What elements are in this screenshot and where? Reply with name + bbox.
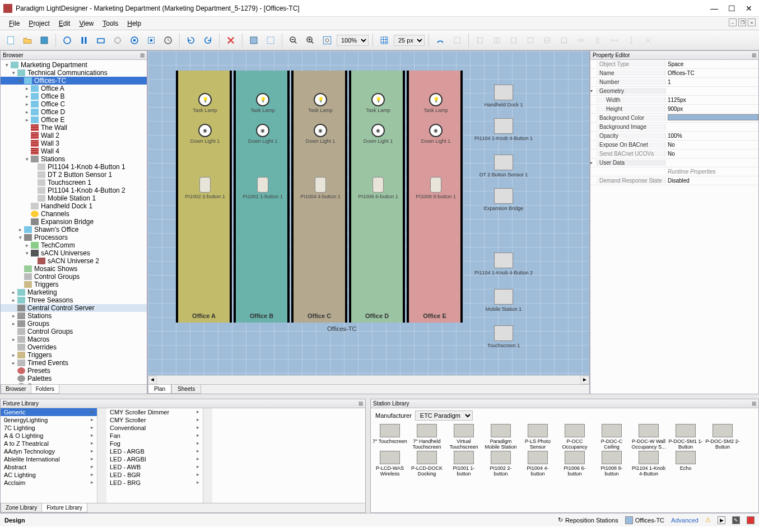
- tree-item[interactable]: PI1104 1-Knob 4-Button 1: [1, 163, 147, 171]
- zoom-select[interactable]: 100%: [337, 35, 369, 46]
- fixture-library-close-icon[interactable]: ⊠: [358, 400, 363, 407]
- list-item[interactable]: LED - BRG▸: [106, 479, 203, 487]
- task-lamp-device[interactable]: 💡Task Lamp: [295, 93, 346, 113]
- zoom-in-button[interactable]: [303, 33, 318, 48]
- office-space[interactable]: 💡Task Lamp ◉Down Light 1 PI1001 1-button…: [234, 71, 290, 323]
- list-item[interactable]: Conventional▸: [106, 424, 203, 432]
- office-space[interactable]: 💡Task Lamp ◉Down Light 1 PI1006 6-button…: [349, 71, 405, 323]
- down-light-device[interactable]: ◉Down Light 1: [411, 124, 461, 144]
- list-item[interactable]: Acclaim▸: [1, 479, 97, 487]
- property-row[interactable]: ▾Geometry: [590, 87, 758, 96]
- property-row[interactable]: NameOffices-TC: [590, 69, 758, 78]
- tab-zone-library[interactable]: Zone Library: [1, 503, 42, 512]
- station-item[interactable]: P-DOC-SM1 1-Button: [668, 424, 704, 450]
- minimize-button[interactable]: —: [710, 4, 718, 13]
- list-item[interactable]: CMY Scroller Dimmer▸: [106, 408, 203, 416]
- delete-button[interactable]: [223, 33, 238, 48]
- station-item[interactable]: P-DOC-C Ceiling: [594, 424, 630, 450]
- close-button[interactable]: ✕: [746, 4, 752, 13]
- dist-h[interactable]: [574, 33, 588, 48]
- station-item[interactable]: PI1002 2-button: [483, 451, 519, 477]
- station-item[interactable]: P-DOC-SM2 2-Button: [705, 424, 741, 450]
- station-item[interactable]: PI1104 1-Knob 4-Button: [631, 451, 667, 477]
- list-item[interactable]: AC Lighting▸: [1, 471, 97, 479]
- station-item[interactable]: P-LCD-WAS Wireless: [372, 451, 408, 477]
- list-item[interactable]: Abstract▸: [1, 463, 97, 471]
- button-station-device[interactable]: PI1004 4-button 1: [295, 177, 346, 199]
- maximize-button[interactable]: ☐: [728, 4, 735, 13]
- tool-d[interactable]: [110, 33, 125, 48]
- tool-b[interactable]: [77, 33, 91, 48]
- new-button[interactable]: [3, 33, 18, 48]
- station-item[interactable]: Paradigm Mobile Station: [483, 424, 519, 450]
- property-row[interactable]: Opacity100%: [590, 132, 758, 141]
- list-item[interactable]: LED - ARGB▸: [106, 447, 203, 455]
- tree-item[interactable]: sACN Universe 2: [1, 257, 147, 265]
- undo-button[interactable]: [184, 33, 198, 48]
- office-space[interactable]: 💡Task Lamp ◉Down Light 1 PI1002 2-button…: [176, 71, 232, 323]
- down-light-device[interactable]: ◉Down Light 1: [180, 124, 230, 144]
- property-row[interactable]: Send BACnet UCOVsNo: [590, 150, 758, 158]
- tree-item[interactable]: ▸Macros: [1, 335, 147, 343]
- property-row[interactable]: Object TypeSpace: [590, 60, 758, 69]
- tab-fixture-library[interactable]: Fixture Library: [41, 503, 87, 512]
- record-button[interactable]: [747, 516, 755, 524]
- station-item[interactable]: P-LS Photo Sensor: [520, 424, 556, 450]
- match-w[interactable]: [607, 33, 622, 48]
- tree-item[interactable]: Handheld Dock 1: [1, 202, 147, 210]
- task-lamp-device[interactable]: 💡Task Lamp: [411, 93, 461, 113]
- tree-item[interactable]: Central Control Server: [1, 304, 147, 312]
- property-row[interactable]: Number1: [590, 78, 758, 87]
- menu-file[interactable]: File: [4, 18, 24, 29]
- side-device[interactable]: DT 2 Button Sensor 1: [473, 155, 534, 178]
- list-item[interactable]: 7C Lighting▸: [1, 424, 97, 432]
- status-space[interactable]: Offices-TC: [625, 516, 664, 524]
- down-light-device[interactable]: ◉Down Light 1: [295, 124, 346, 144]
- tab-browser[interactable]: Browser: [1, 385, 31, 394]
- tree-item[interactable]: Control Groups: [1, 273, 147, 281]
- tree-item[interactable]: Wall 4: [1, 147, 147, 155]
- list-item[interactable]: Ablelite International▸: [1, 455, 97, 463]
- tree-item[interactable]: Overrides: [1, 343, 147, 351]
- tool-g[interactable]: [161, 33, 175, 48]
- match-size[interactable]: [641, 33, 655, 48]
- task-lamp-device[interactable]: 💡Task Lamp: [180, 93, 230, 113]
- tree-item[interactable]: ▸Three Seasons: [1, 296, 147, 304]
- tree-item[interactable]: ▾Stations: [1, 155, 147, 163]
- design-canvas[interactable]: Offices-TC 💡Task Lamp ◉Down Light 1 PI10…: [148, 51, 589, 375]
- mdi-close[interactable]: ×: [748, 18, 756, 26]
- match-h[interactable]: [624, 33, 639, 48]
- property-row[interactable]: Runtime Properties: [590, 167, 758, 176]
- tool-c[interactable]: [94, 33, 108, 48]
- side-device[interactable]: PI1104 1-Knob 4-Button 1: [473, 118, 534, 141]
- property-row[interactable]: Expose On BACnetNo: [590, 141, 758, 150]
- tree-item[interactable]: Mosaic Shows: [1, 265, 147, 273]
- snap-button[interactable]: [433, 33, 448, 48]
- tree-item[interactable]: ▸Office D: [1, 108, 147, 116]
- tree-item[interactable]: ▸Stations: [1, 312, 147, 320]
- canvas-hscroll[interactable]: ◄►: [148, 375, 589, 384]
- menu-tools[interactable]: Tools: [98, 18, 123, 29]
- tree-item[interactable]: ▸Triggers: [1, 351, 147, 359]
- tree-item[interactable]: ▸Office A: [1, 85, 147, 92]
- menu-project[interactable]: Project: [24, 18, 54, 29]
- zoom-out-button[interactable]: [286, 33, 301, 48]
- property-row[interactable]: Demand Response StateDisabled: [590, 176, 758, 185]
- list-item[interactable]: Generic▸: [1, 408, 97, 416]
- manufacturer-select[interactable]: ETC Paradigm: [415, 410, 473, 421]
- property-row[interactable]: Height900px: [590, 105, 758, 114]
- list-item[interactable]: A & O Lighting▸: [1, 432, 97, 440]
- reposition-stations[interactable]: ↻Reposition Stations: [558, 516, 618, 524]
- manufacturer-list[interactable]: Generic▸0energyLighting▸7C Lighting▸A & …: [1, 408, 97, 503]
- tree-item[interactable]: ▸TechComm: [1, 241, 147, 249]
- align-left[interactable]: [473, 33, 487, 48]
- dist-v[interactable]: [590, 33, 605, 48]
- mdi-restore[interactable]: ❐: [738, 18, 746, 26]
- side-device[interactable]: Touchscreen 1: [473, 325, 534, 348]
- side-device[interactable]: PI1104 1-Knob 4-Button 2: [473, 253, 534, 276]
- align-vcenter[interactable]: [540, 33, 555, 48]
- property-grid[interactable]: Object TypeSpaceNameOffices-TCNumber1▾Ge…: [590, 60, 758, 394]
- tree-item[interactable]: The Wall: [1, 124, 147, 132]
- tree-item[interactable]: ▾Processors: [1, 234, 147, 241]
- tree-item[interactable]: PI1104 1-Knob 4-Button 2: [1, 186, 147, 194]
